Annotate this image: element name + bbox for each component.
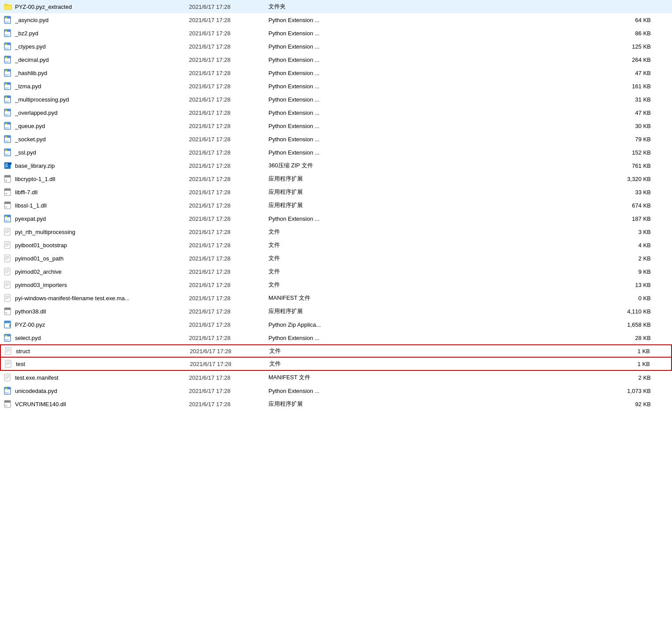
svg-rect-18 [5, 70, 7, 72]
svg-text:.dll: .dll [5, 206, 7, 208]
file-date: 2021/6/17 17:28 [189, 268, 268, 275]
file-name: .pyd pyexpat.pyd [4, 214, 189, 223]
list-item[interactable]: .pyd _multiprocessing.pyd2021/6/17 17:28… [0, 93, 672, 106]
list-item[interactable]: PYZ-00.pyz_extracted2021/6/17 17:28文件夹 [0, 0, 672, 13]
file-name-text: _ctypes.pyd [15, 43, 45, 50]
dll-icon: .dll [4, 188, 12, 196]
file-name: .dll libssl-1_1.dll [4, 201, 189, 210]
list-item[interactable]: .pyd _ssl.pyd2021/6/17 17:28Python Exten… [0, 146, 672, 159]
text-icon [4, 254, 12, 263]
list-item[interactable]: .pyd _socket.pyd2021/6/17 17:28Python Ex… [0, 132, 672, 146]
list-item[interactable]: .dll VCRUNTIME140.dll2021/6/17 17:28应用程序… [0, 397, 672, 411]
list-item[interactable]: .pyd select.pyd2021/6/17 17:28Python Ext… [0, 331, 672, 344]
file-size: 0 KB [370, 295, 668, 302]
list-item[interactable]: .pyd _lzma.pyd2021/6/17 17:28Python Exte… [0, 79, 672, 93]
list-item[interactable]: .dll libcrypto-1_1.dll2021/6/17 17:28应用程… [0, 172, 672, 185]
svg-text:.dll: .dll [5, 404, 7, 407]
text-icon [4, 227, 12, 236]
file-date: 2021/6/17 17:28 [189, 388, 268, 394]
list-item[interactable]: pyimod02_archive2021/6/17 17:28文件9 KB [0, 265, 672, 278]
list-item[interactable]: .dll libssl-1_1.dll2021/6/17 17:28应用程序扩展… [0, 199, 672, 212]
list-item[interactable]: struct2021/6/17 17:28文件1 KB [0, 344, 672, 358]
file-name: test.exe.manifest [4, 373, 189, 382]
file-type: 文件 [269, 347, 371, 355]
list-item[interactable]: pyimod03_importers2021/6/17 17:28文件13 KB [0, 278, 672, 291]
list-item[interactable]: test.exe.manifest2021/6/17 17:28MANIFEST… [0, 371, 672, 384]
svg-rect-6 [5, 30, 7, 32]
pyd-icon: .pyd [4, 15, 12, 24]
file-name-text: _overlapped.pyd [15, 109, 57, 116]
list-item[interactable]: .pyd pyexpat.pyd2021/6/17 17:28Python Ex… [0, 212, 672, 225]
file-date: 2021/6/17 17:28 [189, 202, 268, 209]
dll-icon: .dll [4, 400, 12, 408]
file-date: 2021/6/17 17:28 [189, 4, 268, 10]
list-item[interactable]: pyiboot01_bootstrap2021/6/17 17:28文件4 KB [0, 238, 672, 252]
svg-text:.pyd: .pyd [4, 153, 9, 155]
file-name-text: struct [16, 348, 30, 355]
list-item[interactable]: .pyd _decimal.pyd2021/6/17 17:28Python E… [0, 53, 672, 66]
file-name: ZIP ZIP base_library.zip [4, 161, 189, 170]
file-name-text: _hashlib.pyd [15, 70, 47, 76]
svg-rect-74 [4, 268, 10, 275]
list-item[interactable]: .dll python38.dll2021/6/17 17:28应用程序扩展4,… [0, 305, 672, 318]
pyz-icon [4, 320, 12, 329]
svg-text:.pyd: .pyd [4, 60, 9, 63]
file-name: .pyd _multiprocessing.pyd [4, 95, 189, 104]
file-type: Python Extension ... [268, 57, 370, 63]
file-size: 31 KB [370, 96, 668, 103]
file-date: 2021/6/17 17:28 [189, 57, 268, 63]
file-size: 92 KB [370, 401, 668, 408]
list-item[interactable]: .pyd _queue.pyd2021/6/17 17:28Python Ext… [0, 119, 672, 132]
list-item[interactable]: .pyd _overlapped.pyd2021/6/17 17:28Pytho… [0, 106, 672, 119]
file-date: 2021/6/17 17:28 [189, 43, 268, 50]
file-size: 64 KB [370, 17, 668, 23]
file-date: 2021/6/17 17:28 [189, 215, 268, 222]
text-icon [4, 267, 12, 276]
list-item[interactable]: pyimod01_os_path2021/6/17 17:28文件2 KB [0, 252, 672, 265]
list-item[interactable]: .pyd _hashlib.pyd2021/6/17 17:28Python E… [0, 66, 672, 79]
file-list: PYZ-00.pyz_extracted2021/6/17 17:28文件夹 .… [0, 0, 672, 411]
file-date: 2021/6/17 17:28 [189, 255, 268, 262]
file-name-text: pyexpat.pyd [15, 215, 46, 222]
file-name: .pyd _decimal.pyd [4, 55, 189, 64]
file-name: .pyd _hashlib.pyd [4, 68, 189, 77]
file-name: .dll VCRUNTIME140.dll [4, 400, 189, 408]
svg-rect-90 [4, 321, 11, 323]
svg-rect-60 [5, 216, 7, 217]
file-type: Python Extension ... [268, 335, 370, 341]
file-name: .dll libcrypto-1_1.dll [4, 174, 189, 183]
file-name-text: python38.dll [15, 308, 46, 315]
file-name-text: libssl-1_1.dll [15, 202, 47, 209]
file-date: 2021/6/17 17:28 [189, 308, 268, 315]
list-item[interactable]: PYZ-00.pyz2021/6/17 17:28Python Zip Appl… [0, 318, 672, 331]
file-date: 2021/6/17 17:28 [189, 149, 268, 156]
file-name: struct [4, 347, 190, 355]
svg-text:.dll: .dll [5, 312, 7, 314]
svg-rect-105 [4, 374, 10, 381]
list-item[interactable]: test2021/6/17 17:28文件1 KB [0, 358, 672, 371]
svg-text:.dll: .dll [5, 192, 7, 195]
list-item[interactable]: .dll libffi-7.dll2021/6/17 17:28应用程序扩展33… [0, 185, 672, 199]
list-item[interactable]: .pyd _ctypes.pyd2021/6/17 17:28Python Ex… [0, 40, 672, 53]
svg-text:ZIP: ZIP [5, 166, 8, 168]
list-item[interactable]: .pyd unicodedata.pyd2021/6/17 17:28Pytho… [0, 384, 672, 397]
list-item[interactable]: ZIP ZIP base_library.zip2021/6/17 17:283… [0, 159, 672, 172]
svg-text:.pyd: .pyd [4, 47, 9, 49]
file-size: 2 KB [370, 255, 668, 262]
pyd-icon: .pyd [4, 42, 12, 51]
file-size: 264 KB [370, 57, 668, 63]
list-item[interactable]: .pyd _asyncio.pyd2021/6/17 17:28Python E… [0, 13, 672, 26]
list-item[interactable]: pyi-windows-manifest-filename test.exe.m… [0, 291, 672, 305]
file-date: 2021/6/17 17:28 [189, 295, 268, 302]
pyd-icon: .pyd [4, 108, 12, 117]
list-item[interactable]: .pyd _bz2.pyd2021/6/17 17:28Python Exten… [0, 26, 672, 40]
svg-text:.pyd: .pyd [4, 338, 9, 341]
svg-text:.pyd: .pyd [4, 87, 9, 89]
text-icon [4, 347, 13, 355]
file-size: 674 KB [370, 202, 668, 209]
file-name: PYZ-00.pyz_extracted [4, 2, 189, 11]
list-item[interactable]: pyi_rth_multiprocessing2021/6/17 17:28文件… [0, 225, 672, 238]
svg-rect-30 [5, 110, 7, 111]
svg-text:.pyd: .pyd [4, 73, 9, 76]
pyd-icon: .pyd [4, 386, 12, 395]
